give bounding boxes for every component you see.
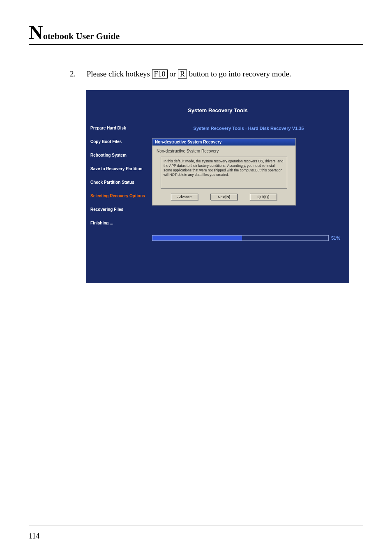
next-button[interactable]: Next[N] [210,194,238,200]
advance-button[interactable]: Advance [171,194,198,200]
keycap-r: R [178,69,187,79]
header-initial: N [29,25,43,40]
header-rest: otebook User Guide [43,31,120,41]
recovery-screenshot: System Recovery Tools Prepare Hard Disk … [86,90,349,283]
instruction-prefix: Please click hotkeys [87,69,152,78]
keycap-f10: F10 [152,69,168,79]
progress-fill [152,236,242,240]
step-list: Prepare Hard Disk Copy Boot Files Reboot… [86,126,152,282]
right-panel-title: System Recovery Tools - Hard Disk Recove… [152,126,345,131]
page-header: Notebook User Guide [29,25,363,45]
dialog-button-row: Advance Next[N] Quit[Q] [152,194,295,205]
right-panel: System Recovery Tools - Hard Disk Recove… [152,126,349,282]
page-footer: 114 [29,525,363,541]
step-rebooting-system: Rebooting System [90,153,152,157]
instruction-step: 2. Please click hotkeys F10 or R button … [70,69,363,79]
progress-bar [152,235,329,241]
quit-button[interactable]: Quit[Q] [250,194,277,200]
step-selecting-recovery-options: Selecting Recovery Options [90,194,152,198]
instruction-suffix: button to go into recovery mode. [187,69,291,78]
step-recovering-files: Recovering Files [90,207,152,212]
recovery-dialog: Non-destructive System Recovery Non-dest… [152,138,296,206]
dialog-subtitle: Non-destructive System Recovery [152,146,295,157]
step-check-partition-status: Check Partition Status [90,180,152,185]
progress-wrap: 51% [152,235,345,241]
step-number: 2. [70,69,85,79]
step-save-to-recovery-partition: Save to Recovery Partition [90,166,152,171]
progress-percent: 51% [331,236,345,240]
step-copy-boot-files: Copy Boot Files [90,139,152,144]
dialog-header: Non-destructive System Recovery [152,139,295,146]
instruction-mid: or [168,69,178,78]
step-finishing: Finishing ... [90,221,152,225]
step-prepare-hard-disk: Prepare Hard Disk [90,126,152,130]
page-number: 114 [29,532,39,540]
screenshot-title: System Recovery Tools [86,90,349,126]
dialog-body-text: In this default mode, the system recover… [161,157,287,189]
